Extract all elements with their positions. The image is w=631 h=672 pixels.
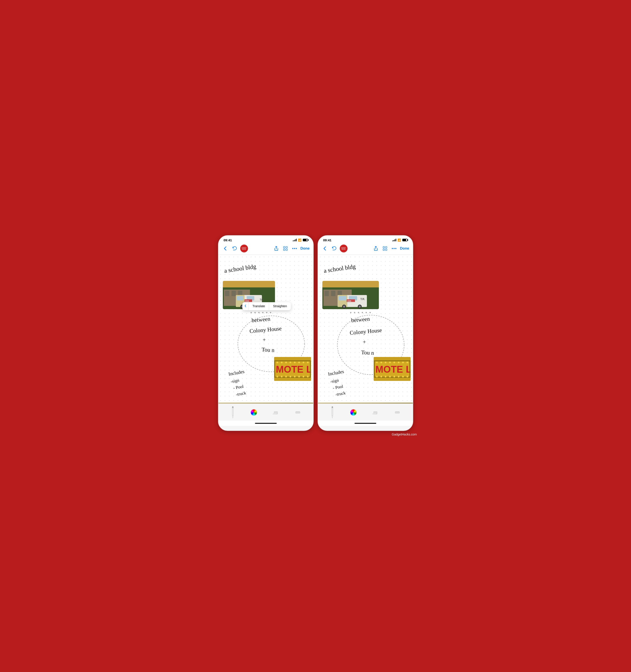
svg-marker-133 [332,415,333,418]
svg-point-50 [298,362,300,363]
svg-point-29 [266,312,267,313]
svg-point-96 [350,312,351,313]
tooltip-popup[interactable]: Translate Straighten [242,302,291,310]
svg-text:-truck: -truck [236,390,246,397]
ruler-icon-right[interactable] [394,409,401,416]
grid-button-left[interactable] [282,245,289,252]
svg-point-125 [380,376,382,378]
svg-point-4 [292,248,293,249]
battery-icon-right [402,239,408,241]
gadget-hacks-logo-right: GADGETHACKS [340,245,347,253]
svg-point-6 [296,248,297,249]
back-button-right[interactable] [321,245,328,252]
bottom-toolbar-left [218,404,313,421]
gadget-hacks-logo-left: GADGETHACKS [240,245,248,253]
svg-text:between: between [251,315,270,323]
eraser-icon-left[interactable] [272,409,279,416]
svg-rect-137 [395,411,399,413]
motel-image-left: MOTE L [274,357,311,381]
svg-rect-3 [286,249,287,250]
svg-point-57 [294,376,296,378]
svg-point-53 [276,376,278,378]
tooltip-straighten[interactable]: Straighten [269,302,291,310]
svg-point-98 [358,312,359,313]
svg-point-76 [394,248,395,249]
wifi-icon-right: 📶 [397,239,401,242]
svg-point-126 [385,376,386,378]
tooltip-translate[interactable]: Translate [249,302,269,310]
status-icons-right: 📶 [392,239,408,242]
done-button-right[interactable]: Done [400,246,409,251]
svg-rect-2 [284,249,285,250]
battery-icon-left [303,239,308,241]
svg-point-120 [393,362,395,363]
svg-point-47 [285,362,287,363]
svg-point-49 [294,362,296,363]
outer-container: 09:41 📶 [214,235,418,437]
home-indicator-right [318,421,413,426]
svg-text:+: + [363,339,366,345]
svg-text:a school bldg: a school bldg [323,263,356,274]
pencil-icon-right[interactable] [330,406,335,419]
watermark: GadgetHacks.com [214,431,418,437]
svg-text:Tou n: Tou n [261,346,274,353]
svg-point-121 [398,362,399,363]
svg-point-25 [250,312,252,313]
grid-button-right[interactable] [382,245,388,252]
eraser-icon-right[interactable] [372,409,379,416]
svg-point-124 [376,376,378,378]
svg-point-51 [302,362,304,363]
more-button-right[interactable] [391,245,397,252]
toolbar-left-group: GADGETHACKS [222,245,248,253]
svg-rect-134 [332,406,333,408]
svg-point-122 [402,362,404,363]
note-content-right[interactable]: EMB T.R. a school bldg [318,255,413,403]
svg-text:Colony House: Colony House [349,327,382,336]
svg-point-119 [389,362,391,363]
toolbar-right-left-group: GADGETHACKS [321,245,347,253]
share-button-right[interactable] [372,245,379,252]
back-button-left[interactable] [222,245,228,252]
phones-row: 09:41 📶 [214,235,418,431]
svg-rect-71 [383,246,385,248]
svg-point-118 [385,362,386,363]
phone-right: 09:41 📶 [318,235,413,431]
ruler-icon-left[interactable] [294,409,301,416]
bottom-toolbar-right [318,404,413,421]
svg-text:- Pool: - Pool [332,384,343,390]
phone-left: 09:41 📶 [218,235,314,431]
toolbar-right-right-group: Done [372,245,409,252]
svg-point-116 [376,362,378,363]
svg-text:Includes: Includes [228,369,245,377]
color-wheel-left[interactable] [250,409,257,416]
svg-point-5 [294,248,295,249]
toolbar-right: GADGETHACKS Done [318,243,413,255]
undo-button-right[interactable] [331,245,337,252]
svg-point-100 [365,312,367,313]
svg-point-97 [354,312,355,313]
svg-point-129 [398,376,399,378]
svg-text:- Pool: - Pool [233,384,244,390]
done-button-left[interactable]: Done [300,246,310,251]
svg-point-56 [290,376,291,378]
note-content-left[interactable]: EMB T.R. Translate [218,255,313,403]
svg-point-77 [395,248,396,249]
svg-point-48 [290,362,291,363]
color-wheel-right[interactable] [350,409,357,416]
status-icons-left: 📶 [293,239,308,242]
more-button-left[interactable] [291,245,298,252]
svg-point-127 [389,376,391,378]
svg-text:Colony House: Colony House [249,325,282,334]
undo-button-left[interactable] [231,245,238,252]
share-button-left[interactable] [273,245,280,252]
svg-marker-62 [232,415,234,418]
tooltip-chevron[interactable] [242,302,249,310]
svg-point-58 [298,376,300,378]
svg-point-27 [258,312,260,313]
svg-rect-74 [385,249,387,250]
pencil-icon-left[interactable] [230,406,236,419]
svg-rect-73 [383,249,385,250]
svg-point-45 [276,362,278,363]
svg-rect-63 [232,406,234,408]
toolbar-left: GADGETHACKS Done [218,243,313,255]
